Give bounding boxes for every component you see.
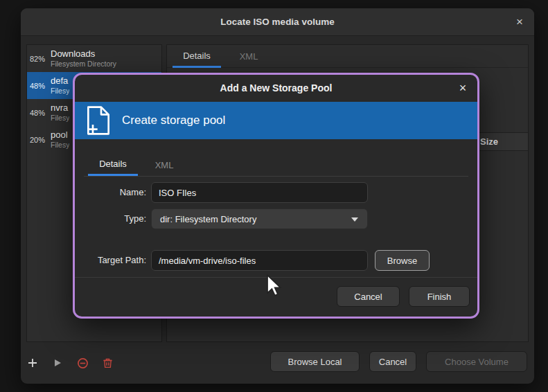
window-close-button[interactable]: × <box>512 15 527 30</box>
pool-usage-percent: 20% <box>27 136 51 144</box>
pool-name-input[interactable] <box>151 182 368 203</box>
type-label: Type: <box>96 208 146 229</box>
pool-type-dropdown[interactable]: dir: Filesystem Directory <box>151 208 368 229</box>
pool-name: Downloads <box>51 48 116 60</box>
pool-name: pool <box>51 130 69 141</box>
target-path-input[interactable] <box>151 250 368 271</box>
delete-pool-button[interactable] <box>98 353 117 373</box>
browse-button[interactable]: Browse <box>375 250 430 271</box>
trash-icon <box>103 357 113 368</box>
new-file-icon <box>85 105 112 136</box>
pool-usage-percent: 48% <box>27 109 51 117</box>
dialog-titlebar: Add a New Storage Pool × <box>75 75 477 101</box>
stop-pool-button[interactable] <box>73 353 92 373</box>
name-label: Name: <box>96 182 146 203</box>
create-pool-banner: Create storage pool <box>75 102 477 139</box>
pool-usage-percent: 82% <box>27 55 51 63</box>
banner-title: Create storage pool <box>122 114 225 127</box>
tab-xml[interactable]: XML <box>233 45 265 68</box>
add-pool-button[interactable] <box>23 353 42 373</box>
details-tab-bar: Details XML <box>167 45 528 68</box>
pool-type: Filesy <box>51 141 69 150</box>
play-icon <box>53 358 62 368</box>
browse-local-button[interactable]: Browse Local <box>270 351 360 372</box>
pool-type: Filesystem Directory <box>51 60 116 69</box>
close-icon: × <box>459 81 467 95</box>
window-title: Locate ISO media volume <box>220 17 334 27</box>
dialog-title: Add a New Storage Pool <box>220 82 333 93</box>
pool-type: Filesy <box>51 87 69 96</box>
window-titlebar: Locate ISO media volume × <box>21 8 534 36</box>
pool-type-value: dir: Filesystem Directory <box>160 214 256 224</box>
finish-button[interactable]: Finish <box>409 286 470 307</box>
pool-list-item[interactable]: 82% Downloads Filesystem Directory <box>27 45 161 72</box>
chevron-down-icon <box>351 217 358 222</box>
plus-icon <box>27 357 38 368</box>
cancel-button[interactable]: Cancel <box>369 351 416 372</box>
tab-separator <box>84 176 468 177</box>
size-column-header[interactable]: Size <box>480 136 498 147</box>
dialog-cancel-button[interactable]: Cancel <box>337 286 400 307</box>
mouse-cursor <box>266 274 283 298</box>
dialog-tab-xml[interactable]: XML <box>147 154 182 176</box>
target-path-label: Target Path: <box>86 250 146 271</box>
pool-usage-percent: 48% <box>27 82 51 90</box>
dialog-tab-details[interactable]: Details <box>88 154 138 176</box>
start-pool-button[interactable] <box>48 353 67 373</box>
circle-minus-icon <box>77 357 89 369</box>
pool-name: nvra <box>51 103 69 114</box>
close-icon: × <box>516 15 523 28</box>
pool-type: Filesy <box>51 114 69 123</box>
choose-volume-button[interactable]: Choose Volume <box>426 351 527 372</box>
dialog-close-button[interactable]: × <box>455 80 470 96</box>
tab-details[interactable]: Details <box>173 45 221 68</box>
pool-name: defa <box>51 75 69 87</box>
